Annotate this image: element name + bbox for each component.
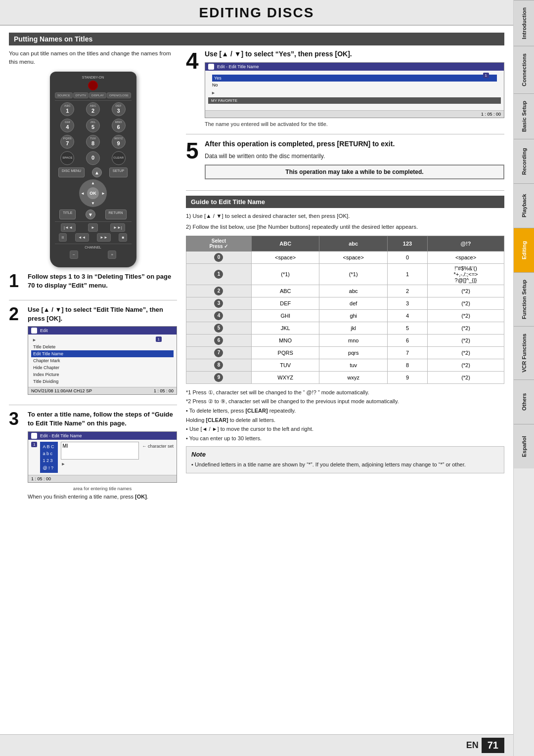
- play-btn[interactable]: ►: [88, 223, 98, 232]
- menu-chapter-mark: Chapter Mark: [31, 357, 174, 364]
- skip-fwd-btn[interactable]: ►►|: [110, 223, 125, 232]
- ok-button[interactable]: OK: [87, 187, 99, 199]
- table-row: 7PQRSpqrs7(*2): [186, 346, 504, 359]
- fwd-btn[interactable]: ►►: [97, 233, 111, 242]
- note-box: Note • Undefined letters in a title name…: [186, 446, 504, 474]
- sidebar-tab-function-setup[interactable]: Function Setup: [514, 272, 534, 326]
- step-1: 1 Follow steps 1 to 3 in “Deleting Title…: [9, 272, 177, 293]
- main-content: EDITING DISCS Putting Names on Titles Yo…: [0, 0, 513, 756]
- step-3-footer-time: 1 : 05 : 00: [31, 476, 51, 481]
- step-3-screen-title-bar: Edit - Edit Title Name: [28, 432, 177, 440]
- sidebar-tab-others[interactable]: Others: [514, 379, 534, 424]
- sidebar-tab-playback[interactable]: Playback: [514, 183, 534, 228]
- step-2-screen-title-bar: Edit: [28, 327, 177, 335]
- fn3: • To delete letters, press [CLEAR] repea…: [186, 406, 504, 416]
- sidebar-tab-introduction[interactable]: Introduction: [514, 0, 534, 46]
- btn-0[interactable]: 0: [86, 151, 100, 165]
- intro-text: You can put title names on the titles an…: [9, 49, 177, 67]
- char-grid: A B C a b c 1 2 3 @ ! ?: [40, 442, 58, 473]
- sidebar-tab-recording[interactable]: Recording: [514, 139, 534, 183]
- step-3-content: To enter a title name, follow the steps …: [28, 410, 177, 500]
- sidebar-tab-vcr-functions[interactable]: VCR Functions: [514, 326, 534, 379]
- step-1-number: 1: [9, 272, 23, 293]
- sidebar: IntroductionConnectionsBasic SetupRecord…: [513, 0, 534, 756]
- nav-ring-container: ▲ ▼ ◄ ► OK: [55, 179, 132, 207]
- ch-plus[interactable]: +: [108, 251, 116, 259]
- up-btn[interactable]: ▲: [92, 168, 102, 177]
- step-3-screen-body: 1 A B C a b c 1 2 3 @ ! ? MI: [28, 440, 177, 475]
- num-row-2: GHI 4 JKL 5 MNO 6: [55, 119, 132, 132]
- char-row-4: @ ! ?: [43, 464, 55, 471]
- stop-btn[interactable]: ■: [119, 233, 127, 242]
- sidebar-tab-español[interactable]: Español: [514, 424, 534, 468]
- page-title: EDITING DISCS: [0, 5, 513, 21]
- nav-left[interactable]: ◄: [81, 191, 85, 195]
- dtv-btn[interactable]: DTV/TV: [73, 92, 89, 98]
- table-row: 6MNOmno6(*2): [186, 334, 504, 346]
- btn-6[interactable]: MNO 6: [112, 119, 126, 132]
- character-table: SelectPress ✓ ABC abc 123 @!? 0<space><s…: [186, 236, 504, 384]
- open-close-btn[interactable]: OPEN/CLOSE: [107, 92, 131, 98]
- guide-section: Guide to Edit Title Name 1) Use [▲ / ▼] …: [186, 196, 504, 473]
- btn-2[interactable]: ABC 2: [86, 102, 100, 116]
- step-4-number: 4: [186, 49, 200, 127]
- page-number: 71: [482, 738, 504, 753]
- char-row-2: a b c: [43, 450, 55, 457]
- btn-7[interactable]: PQRS 7: [60, 135, 74, 149]
- btn-3[interactable]: DEF 3: [112, 102, 126, 116]
- rew-btn[interactable]: ◄◄: [75, 233, 89, 242]
- step-1-title: Follow steps 1 to 3 in “Deleting Titles”…: [28, 272, 177, 290]
- step-5-number: 5: [186, 139, 200, 184]
- footnotes: *1 Press ①, character set will be change…: [186, 388, 504, 443]
- title-btn[interactable]: TITLE: [59, 210, 76, 219]
- step-3-badge: 1: [31, 442, 37, 447]
- step-2-footer-text: NOV/21/08 11:00AM CH12 SP: [31, 388, 92, 393]
- btn-1[interactable]: ABC 1: [60, 102, 74, 116]
- step-2-screen-body: 1 ► Title Delete Edit Title Name Chapter…: [28, 335, 177, 387]
- display-btn[interactable]: DISPLAY: [89, 92, 106, 98]
- nav-right[interactable]: ►: [101, 191, 105, 195]
- skip-back-btn[interactable]: |◄◄: [61, 223, 76, 232]
- my-favorite-bar: MY FAVORITE: [208, 97, 501, 104]
- fn6: • You can enter up to 30 letters.: [186, 434, 504, 443]
- btn-5[interactable]: JKL 5: [86, 119, 100, 132]
- two-col-layout: You can put title names on the titles an…: [9, 49, 504, 506]
- char-row-3: 1 2 3: [43, 457, 55, 464]
- nav-up[interactable]: ▲: [91, 181, 95, 185]
- channel-btns: − +: [55, 251, 132, 259]
- step-5-title: After this operation is completed, press…: [205, 139, 504, 149]
- sidebar-tab-editing[interactable]: Editing: [514, 228, 534, 272]
- btn-4[interactable]: GHI 4: [60, 119, 74, 132]
- ch-minus[interactable]: −: [70, 251, 78, 259]
- remote-control: STANDBY-ON SOURCE DTV/TV DISPLAY OPEN/CL…: [50, 72, 136, 267]
- title-input-area[interactable]: MI: [61, 442, 139, 460]
- sidebar-tab-basic-setup[interactable]: Basic Setup: [514, 93, 534, 139]
- sidebar-tab-connections[interactable]: Connections: [514, 46, 534, 93]
- table-header-select-press: SelectPress ✓: [186, 236, 252, 251]
- disc-menu-btn[interactable]: DISC MENU: [58, 168, 85, 177]
- step-3-title: To enter a title name, follow the steps …: [28, 410, 177, 428]
- pause-btn[interactable]: II: [59, 233, 67, 242]
- down-btn[interactable]: ▼: [86, 210, 95, 219]
- page-title-bar: EDITING DISCS: [0, 0, 513, 26]
- btn-space[interactable]: SPACE: [60, 151, 74, 165]
- step-3-screen: Edit - Edit Title Name 1 A B C a b c 1 2…: [28, 431, 177, 483]
- return-btn[interactable]: RETURN: [105, 210, 127, 219]
- channel-label: CHANNEL: [85, 246, 101, 249]
- title-input-value: MI: [62, 443, 68, 449]
- btn-clear[interactable]: CLEAR: [112, 151, 126, 165]
- setup-btn[interactable]: SETUP: [109, 168, 128, 177]
- nav-down[interactable]: ▼: [91, 201, 95, 206]
- note-text: • Undefined letters in a title name are …: [191, 461, 499, 469]
- btn-8[interactable]: TUV 8: [86, 135, 100, 149]
- title-return-row: TITLE ▼ RETURN: [55, 210, 132, 219]
- source-btn[interactable]: SOURCE: [55, 92, 73, 98]
- step-2-screen: Edit 1 ► Title Delete Edit Title Name Ch…: [28, 326, 177, 395]
- fn1: *1 Press ①, character set will be change…: [186, 388, 504, 397]
- warning-box: This operation may take a while to be co…: [205, 165, 504, 179]
- nav-ring: ▲ ▼ ◄ ► OK: [79, 179, 107, 207]
- step-4-icon: [208, 64, 214, 70]
- page-footer: EN 71: [0, 734, 513, 756]
- table-header-123: 123: [387, 236, 427, 251]
- btn-9[interactable]: WXYZ 9: [112, 135, 126, 149]
